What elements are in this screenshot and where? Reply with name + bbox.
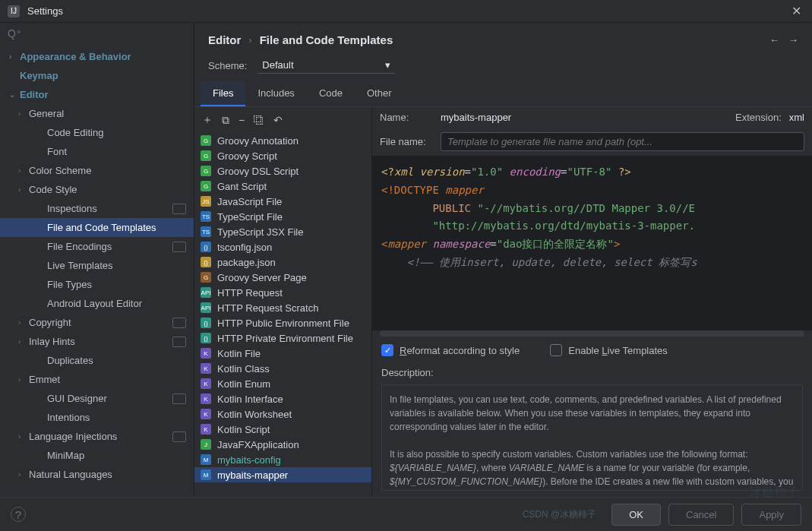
description-text: In file templates, you can use text, cod… <box>381 384 803 491</box>
template-item-kotlin-interface[interactable]: KKotlin Interface <box>194 391 371 406</box>
copy-template-icon[interactable]: ⧉ <box>222 114 229 127</box>
scope-badge-icon <box>172 242 186 252</box>
duplicate-icon[interactable]: ⿻ <box>254 114 264 126</box>
window-title: Settings <box>27 5 788 17</box>
sidebar-item-emmet[interactable]: ›Emmet <box>0 370 194 389</box>
template-item-gant-script[interactable]: GGant Script <box>194 179 371 194</box>
apply-button[interactable]: Apply <box>741 504 801 526</box>
sidebar-item-live-templates[interactable]: Live Templates <box>0 256 194 275</box>
sidebar-item-label: File and Code Templates <box>47 222 194 233</box>
back-icon[interactable]: ← <box>769 34 779 46</box>
file-type-icon: API <box>201 302 211 313</box>
template-item-label: Groovy Server Page <box>217 272 307 283</box>
sidebar-item-language-injections[interactable]: ›Language Injections <box>0 427 194 446</box>
scope-badge-icon <box>172 204 186 214</box>
tab-code[interactable]: Code <box>307 81 355 106</box>
template-item-mybaits-mapper[interactable]: Mmybaits-mapper <box>194 467 371 482</box>
template-item-label: Groovy DSL Script <box>217 166 299 177</box>
template-item-http-request[interactable]: APIHTTP Request <box>194 285 371 300</box>
file-type-icon: K <box>201 394 211 404</box>
template-code-editor[interactable]: <?xml version="1.0" encoding="UTF-8" ?> … <box>372 156 812 330</box>
template-item-kotlin-class[interactable]: KKotlin Class <box>194 361 371 376</box>
help-icon[interactable]: ? <box>11 507 26 522</box>
sidebar-item-label: Language Injections <box>29 431 172 442</box>
sidebar-item-file-types[interactable]: File Types <box>0 275 194 294</box>
sidebar-item-natural-languages[interactable]: ›Natural Languages <box>0 465 194 484</box>
template-item-groovy-annotation[interactable]: GGroovy Annotation <box>194 133 371 148</box>
file-type-icon: JS <box>201 196 211 207</box>
extension-label: Extension: <box>735 112 782 123</box>
sidebar-item-copyright[interactable]: ›Copyright <box>0 313 194 332</box>
template-item-groovy-server-page[interactable]: GGroovy Server Page <box>194 270 371 285</box>
forward-icon[interactable]: → <box>788 34 798 46</box>
template-item-package-json[interactable]: {}package.json <box>194 254 371 270</box>
sidebar-item-file-and-code-templates[interactable]: File and Code Templates <box>0 218 194 237</box>
template-item-http-public-environment-file[interactable]: {}HTTP Public Environment File <box>194 315 371 330</box>
extension-value[interactable]: xml <box>789 112 804 123</box>
tab-files[interactable]: Files <box>201 81 245 106</box>
template-item-mybaits-config[interactable]: Mmybaits-config <box>194 452 371 467</box>
sidebar-item-file-encodings[interactable]: File Encodings <box>0 237 194 256</box>
sidebar-item-duplicates[interactable]: Duplicates <box>0 351 194 370</box>
template-item-groovy-script[interactable]: GGroovy Script <box>194 148 371 163</box>
template-item-typescript-file[interactable]: TSTypeScript File <box>194 209 371 224</box>
tab-other[interactable]: Other <box>355 81 404 106</box>
template-item-label: package.json <box>217 257 276 268</box>
template-item-kotlin-file[interactable]: KKotlin File <box>194 346 371 361</box>
template-item-label: Groovy Script <box>217 150 277 162</box>
sidebar-item-intentions[interactable]: Intentions <box>0 408 194 427</box>
sidebar-item-label: Code Style <box>29 184 194 195</box>
sidebar-item-label: Duplicates <box>47 355 194 366</box>
sidebar-item-editor[interactable]: ⌄Editor <box>0 85 194 104</box>
name-value[interactable]: mybaits-mapper <box>441 112 511 123</box>
cancel-button[interactable]: Cancel <box>668 504 734 526</box>
sidebar-item-code-editing[interactable]: Code Editing <box>0 123 194 142</box>
template-item-kotlin-worksheet[interactable]: KKotlin Worksheet <box>194 406 371 422</box>
tab-includes[interactable]: Includes <box>245 81 306 106</box>
expand-arrow-icon: › <box>18 375 29 384</box>
sidebar-item-color-scheme[interactable]: ›Color Scheme <box>0 161 194 180</box>
sidebar-item-minimap[interactable]: MiniMap <box>0 446 194 465</box>
sidebar-item-label: Editor <box>20 89 194 100</box>
sidebar-item-inspections[interactable]: Inspections <box>0 199 194 218</box>
template-item-label: TypeScript File <box>217 211 283 223</box>
checkbox-unchecked-icon <box>550 344 562 356</box>
template-item-tsconfig-json[interactable]: {}tsconfig.json <box>194 239 371 254</box>
template-item-kotlin-script[interactable]: KKotlin Script <box>194 422 371 437</box>
add-icon[interactable]: ＋ <box>202 113 213 127</box>
file-type-icon: G <box>201 166 211 176</box>
sidebar-item-android-layout-editor[interactable]: Android Layout Editor <box>0 294 194 313</box>
sidebar-item-keymap[interactable]: Keymap <box>0 66 194 85</box>
sidebar-item-gui-designer[interactable]: GUI Designer <box>0 389 194 408</box>
filename-input[interactable] <box>441 132 804 151</box>
sidebar-item-label: Live Templates <box>47 260 194 271</box>
template-item-javafxapplication[interactable]: JJavaFXApplication <box>194 437 371 452</box>
sidebar-item-appearance-behavior[interactable]: ›Appearance & Behavior <box>0 47 194 66</box>
expand-arrow-icon: › <box>18 109 29 118</box>
sidebar-item-code-style[interactable]: ›Code Style <box>0 180 194 199</box>
template-item-http-private-environment-file[interactable]: {}HTTP Private Environment File <box>194 330 371 346</box>
search-icon[interactable]: Q⁺ <box>8 27 21 40</box>
revert-icon[interactable]: ↶ <box>273 114 283 126</box>
template-item-groovy-dsl-script[interactable]: GGroovy DSL Script <box>194 163 371 179</box>
filename-label: File name: <box>380 136 433 147</box>
sidebar-item-label: Emmet <box>29 374 194 385</box>
sidebar-item-font[interactable]: Font <box>0 142 194 161</box>
breadcrumb-editor[interactable]: Editor <box>208 33 241 46</box>
reformat-checkbox[interactable]: ✓ Reformat according to style <box>381 344 520 356</box>
sidebar-item-inlay-hints[interactable]: ›Inlay Hints <box>0 332 194 351</box>
scheme-dropdown[interactable]: Default ▾ <box>258 57 394 74</box>
horizontal-scrollbar[interactable] <box>380 330 804 337</box>
template-item-label: JavaFXApplication <box>217 439 299 450</box>
remove-icon[interactable]: − <box>239 114 245 126</box>
template-item-http-request-scratch[interactable]: APIHTTP Request Scratch <box>194 300 371 315</box>
sidebar-item-general[interactable]: ›General <box>0 104 194 123</box>
template-item-kotlin-enum[interactable]: KKotlin Enum <box>194 376 371 391</box>
close-icon[interactable]: ✕ <box>788 4 804 18</box>
live-templates-checkbox[interactable]: Enable Live Templates <box>550 344 668 356</box>
ok-button[interactable]: OK <box>611 504 661 526</box>
template-item-typescript-jsx-file[interactable]: TSTypeScript JSX File <box>194 224 371 239</box>
scheme-value: Default <box>262 59 293 71</box>
template-item-label: Kotlin Script <box>217 424 270 435</box>
template-item-javascript-file[interactable]: JSJavaScript File <box>194 194 371 209</box>
